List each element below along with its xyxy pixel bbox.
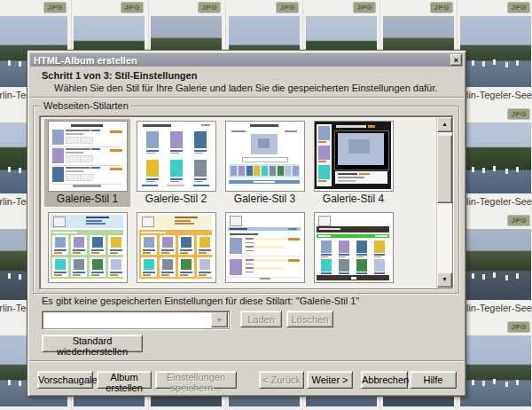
style-item-label: Galerie-Stil 3 — [222, 192, 308, 207]
dialog-title: HTML-Album erstellen — [30, 55, 137, 66]
styles-groupbox-label: Webseiten-Stilarten — [41, 100, 131, 111]
style-item[interactable]: Galerie-Stil 3 — [222, 119, 308, 207]
style-item[interactable]: Galerie-Stil 1 — [44, 119, 130, 207]
back-button[interactable]: < Zurück — [259, 371, 304, 389]
style-preview-thumbnail[interactable] — [314, 212, 394, 283]
style-item[interactable] — [310, 210, 396, 288]
style-preview-thumbnail[interactable] — [48, 121, 128, 192]
preview-gallery-button[interactable]: Vorschaugalerie — [37, 371, 93, 389]
html-album-dialog: HTML-Album erstellen × Schritt 1 von 3: … — [27, 50, 466, 397]
separator-top — [29, 97, 464, 99]
close-icon: × — [454, 56, 458, 65]
file-type-badge: JPG — [121, 2, 144, 13]
photo-thumbnail-cell[interactable]: JPGBerlin-Tegeler-See... — [458, 213, 532, 318]
style-item[interactable] — [222, 210, 308, 288]
file-type-badge: JPG — [276, 2, 299, 13]
vertical-scrollbar[interactable]: ▲ ▼ — [436, 117, 451, 288]
style-list: Galerie-Stil 1Galerie-Stil 2Galerie-Stil… — [41, 117, 451, 288]
step-title: Schritt 1 von 3: Stil-Einstellungen — [42, 70, 197, 81]
file-type-badge: JPG — [198, 2, 221, 13]
file-type-badge: JPG — [507, 215, 530, 226]
style-item[interactable]: Galerie-Stil 4 — [310, 119, 396, 207]
next-button[interactable]: Weiter > — [307, 371, 353, 389]
scroll-down-button[interactable]: ▼ — [437, 272, 452, 288]
no-saved-settings-message: Es gibt keine gespeicherten Einstellunge… — [42, 296, 359, 306]
style-preview-thumbnail[interactable] — [137, 121, 216, 192]
photo-thumbnail[interactable] — [460, 16, 531, 87]
file-type-badge: JPG — [43, 2, 66, 13]
file-type-badge: JPG — [353, 2, 376, 13]
chevron-down-icon: ▼ — [216, 317, 223, 323]
file-type-badge: JPG — [507, 108, 530, 120]
scroll-down-icon: ▼ — [442, 276, 448, 282]
photo-thumbnail[interactable] — [460, 122, 531, 193]
style-preview-thumbnail[interactable] — [48, 212, 128, 283]
styles-groupbox: Webseiten-Stilarten Galerie-Stil 1Galeri… — [33, 106, 459, 294]
photo-thumbnail[interactable] — [460, 229, 531, 300]
file-type-badge: JPG — [430, 2, 453, 13]
dialog-titlebar[interactable]: HTML-Album erstellen × — [30, 53, 463, 67]
style-listbox: Galerie-Stil 1Galerie-Stil 2Galerie-Stil… — [39, 115, 453, 289]
style-preview-thumbnail[interactable] — [314, 121, 394, 192]
photo-thumbnail-cell[interactable]: JPGBerlin-Tegeler-See... — [458, 0, 532, 105]
delete-button[interactable]: Löschen — [286, 311, 333, 327]
style-preview-thumbnail[interactable] — [137, 212, 216, 283]
photo-thumbnail-cell[interactable]: JPGBerlin-Tegeler-See... — [458, 106, 532, 211]
load-button[interactable]: Laden — [240, 311, 282, 327]
photo-thumbnail-cell[interactable]: JPGBerlin-Tegeler-See... — [458, 319, 532, 410]
style-item[interactable] — [133, 210, 219, 288]
file-type-badge: JPG — [507, 2, 530, 13]
scrollbar-thumb[interactable] — [437, 135, 452, 203]
restore-default-button[interactable]: Standard wiederherstellen — [42, 335, 143, 352]
file-type-badge: JPG — [507, 321, 530, 333]
close-button[interactable]: × — [450, 54, 462, 66]
scroll-up-button[interactable]: ▲ — [437, 117, 452, 132]
style-item[interactable] — [44, 210, 130, 288]
saved-settings-combobox[interactable]: ▼ — [42, 311, 230, 329]
cancel-button[interactable]: Abbrechen — [361, 371, 408, 389]
help-button[interactable]: Hilfe — [410, 371, 457, 389]
style-item-label: Galerie-Stil 4 — [310, 192, 396, 207]
step-description: Wählen Sie den Stil für Ihre Galerie und… — [54, 83, 437, 93]
style-item[interactable]: Galerie-Stil 2 — [133, 119, 219, 207]
style-preview-thumbnail[interactable] — [225, 212, 305, 283]
style-preview-thumbnail[interactable] — [225, 121, 305, 192]
scroll-up-icon: ▲ — [442, 121, 448, 127]
save-settings-button[interactable]: Einstellungen speichern... — [155, 371, 237, 389]
combobox-dropdown-button[interactable]: ▼ — [211, 312, 228, 327]
style-item-label: Galerie-Stil 2 — [133, 192, 219, 207]
style-item-label: Galerie-Stil 1 — [44, 192, 130, 207]
photo-thumbnail[interactable] — [460, 335, 531, 406]
separator-bottom — [29, 360, 464, 362]
create-album-button[interactable]: Album erstellen — [97, 371, 152, 389]
